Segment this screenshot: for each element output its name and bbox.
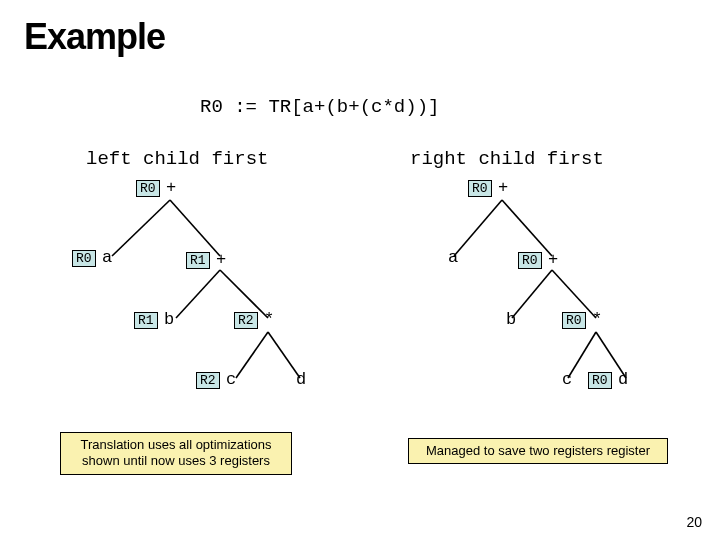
right-root-reg: R0 [468,180,492,197]
svg-line-9 [552,270,596,318]
left-root-reg: R0 [136,180,160,197]
right-a-op: a [448,248,458,267]
left-a-reg: R0 [72,250,96,267]
svg-line-3 [220,270,268,318]
left-b-op: b [164,310,174,329]
right-c-op: c [562,370,572,389]
left-c-op: c [226,370,236,389]
right-root-op: + [498,178,508,197]
left-a-op: a [102,248,112,267]
left-d-op: d [296,370,306,389]
right-star-op: * [592,310,602,329]
left-plus2-op: + [216,250,226,269]
svg-line-0 [112,200,170,256]
left-plus2-reg: R1 [186,252,210,269]
svg-line-2 [176,270,220,318]
expression-code: R0 := TR[a+(b+(c*d))] [200,96,439,118]
right-header: right child first [410,148,604,170]
left-header: left child first [86,148,268,170]
right-plus2-op: + [548,250,558,269]
right-plus2-reg: R0 [518,252,542,269]
left-b-reg: R1 [134,312,158,329]
right-d-op: d [618,370,628,389]
right-star-reg: R0 [562,312,586,329]
svg-line-8 [512,270,552,318]
right-b-op: b [506,310,516,329]
left-c-reg: R2 [196,372,220,389]
page-title: Example [24,16,165,58]
left-note: Translation uses all optimizationsshown … [60,432,292,475]
page-number: 20 [686,514,702,530]
left-root-op: + [166,178,176,197]
svg-line-6 [454,200,502,256]
left-star-reg: R2 [234,312,258,329]
right-d-reg: R0 [588,372,612,389]
svg-line-7 [502,200,552,256]
svg-line-4 [236,332,268,378]
right-note: Managed to save two registers register [408,438,668,464]
svg-line-1 [170,200,220,256]
left-star-op: * [264,310,274,329]
